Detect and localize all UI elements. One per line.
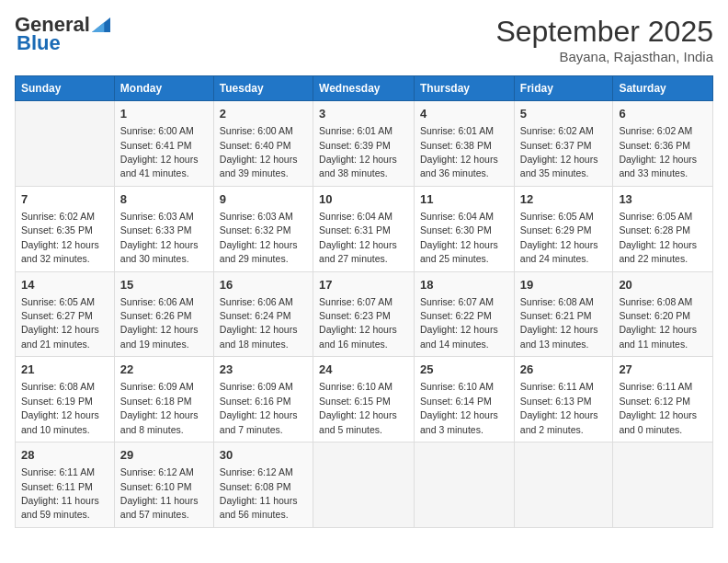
day-info: Sunrise: 6:08 AMSunset: 6:20 PMDaylight:… — [619, 296, 697, 350]
calendar-cell: 21Sunrise: 6:08 AMSunset: 6:19 PMDayligh… — [16, 357, 115, 442]
logo-blue-text: Blue — [17, 31, 61, 55]
logo: General Blue — [15, 15, 110, 55]
day-number: 3 — [319, 106, 408, 122]
calendar-cell: 6Sunrise: 6:02 AMSunset: 6:36 PMDaylight… — [613, 101, 713, 187]
calendar-week-row: 1Sunrise: 6:00 AMSunset: 6:41 PMDaylight… — [16, 101, 713, 187]
day-number: 21 — [21, 362, 108, 378]
day-number: 2 — [220, 106, 307, 122]
calendar-cell: 17Sunrise: 6:07 AMSunset: 6:23 PMDayligh… — [313, 271, 415, 357]
day-info: Sunrise: 6:07 AMSunset: 6:22 PMDaylight:… — [420, 296, 498, 350]
calendar-cell: 12Sunrise: 6:05 AMSunset: 6:29 PMDayligh… — [514, 186, 613, 271]
month-title: September 2025 — [495, 15, 713, 49]
day-number: 8 — [120, 191, 208, 208]
calendar-cell: 11Sunrise: 6:04 AMSunset: 6:30 PMDayligh… — [415, 186, 515, 271]
day-number: 20 — [619, 277, 707, 293]
svg-marker-1 — [92, 22, 104, 32]
calendar-cell: 28Sunrise: 6:11 AMSunset: 6:11 PMDayligh… — [16, 442, 115, 528]
col-friday: Friday — [514, 76, 613, 101]
calendar-cell: 24Sunrise: 6:10 AMSunset: 6:15 PMDayligh… — [313, 357, 415, 442]
day-info: Sunrise: 6:12 AMSunset: 6:10 PMDaylight:… — [120, 466, 199, 520]
calendar-cell: 20Sunrise: 6:08 AMSunset: 6:20 PMDayligh… — [613, 271, 713, 357]
col-saturday: Saturday — [613, 76, 713, 101]
day-number: 18 — [420, 277, 508, 293]
calendar-week-row: 21Sunrise: 6:08 AMSunset: 6:19 PMDayligh… — [16, 357, 713, 442]
day-info: Sunrise: 6:11 AMSunset: 6:11 PMDaylight:… — [21, 466, 99, 520]
day-number: 24 — [319, 362, 408, 378]
day-number: 19 — [520, 277, 608, 293]
day-info: Sunrise: 6:09 AMSunset: 6:18 PMDaylight:… — [120, 381, 199, 434]
page-header: General Blue September 2025 Bayana, Raja… — [15, 15, 713, 64]
day-number: 15 — [120, 277, 208, 293]
day-info: Sunrise: 6:08 AMSunset: 6:21 PMDaylight:… — [520, 296, 598, 350]
calendar-table: Sunday Monday Tuesday Wednesday Thursday… — [15, 75, 713, 528]
calendar-cell: 22Sunrise: 6:09 AMSunset: 6:18 PMDayligh… — [114, 357, 213, 442]
day-number: 16 — [220, 277, 307, 293]
calendar-cell: 15Sunrise: 6:06 AMSunset: 6:26 PMDayligh… — [114, 271, 213, 357]
calendar-cell: 3Sunrise: 6:01 AMSunset: 6:39 PMDaylight… — [313, 101, 415, 187]
calendar-cell: 10Sunrise: 6:04 AMSunset: 6:31 PMDayligh… — [313, 186, 415, 271]
day-info: Sunrise: 6:05 AMSunset: 6:28 PMDaylight:… — [619, 211, 697, 264]
day-number: 5 — [520, 106, 608, 122]
calendar-cell — [613, 442, 713, 528]
day-info: Sunrise: 6:03 AMSunset: 6:32 PMDaylight:… — [220, 211, 298, 264]
day-info: Sunrise: 6:11 AMSunset: 6:13 PMDaylight:… — [520, 381, 598, 434]
day-number: 17 — [319, 277, 408, 293]
calendar-cell: 19Sunrise: 6:08 AMSunset: 6:21 PMDayligh… — [514, 271, 613, 357]
calendar-cell: 1Sunrise: 6:00 AMSunset: 6:41 PMDaylight… — [114, 101, 213, 187]
day-info: Sunrise: 6:01 AMSunset: 6:38 PMDaylight:… — [420, 125, 498, 178]
day-info: Sunrise: 6:10 AMSunset: 6:15 PMDaylight:… — [319, 381, 397, 434]
col-sunday: Sunday — [16, 76, 115, 101]
day-info: Sunrise: 6:07 AMSunset: 6:23 PMDaylight:… — [319, 296, 397, 350]
calendar-cell: 4Sunrise: 6:01 AMSunset: 6:38 PMDaylight… — [415, 101, 515, 187]
title-block: September 2025 Bayana, Rajasthan, India — [495, 15, 713, 64]
calendar-cell: 9Sunrise: 6:03 AMSunset: 6:32 PMDaylight… — [213, 186, 313, 271]
day-info: Sunrise: 6:06 AMSunset: 6:24 PMDaylight:… — [220, 296, 298, 350]
calendar-week-row: 14Sunrise: 6:05 AMSunset: 6:27 PMDayligh… — [16, 271, 713, 357]
day-number: 14 — [21, 277, 108, 293]
calendar-cell: 7Sunrise: 6:02 AMSunset: 6:35 PMDaylight… — [16, 186, 115, 271]
day-info: Sunrise: 6:04 AMSunset: 6:31 PMDaylight:… — [319, 211, 397, 264]
calendar-cell: 5Sunrise: 6:02 AMSunset: 6:37 PMDaylight… — [514, 101, 613, 187]
col-wednesday: Wednesday — [313, 76, 415, 101]
calendar-cell: 25Sunrise: 6:10 AMSunset: 6:14 PMDayligh… — [415, 357, 515, 442]
day-number: 10 — [319, 191, 408, 208]
day-number: 23 — [220, 362, 307, 378]
day-info: Sunrise: 6:10 AMSunset: 6:14 PMDaylight:… — [420, 381, 498, 434]
day-number: 29 — [120, 447, 208, 464]
day-number: 30 — [220, 447, 307, 464]
day-info: Sunrise: 6:00 AMSunset: 6:40 PMDaylight:… — [220, 125, 298, 178]
day-number: 26 — [520, 362, 608, 378]
calendar-header: Sunday Monday Tuesday Wednesday Thursday… — [16, 76, 713, 101]
calendar-cell — [313, 442, 415, 528]
day-number: 6 — [619, 106, 707, 122]
day-number: 25 — [420, 362, 508, 378]
location-subtitle: Bayana, Rajasthan, India — [495, 49, 713, 64]
day-number: 12 — [520, 191, 608, 208]
day-info: Sunrise: 6:00 AMSunset: 6:41 PMDaylight:… — [120, 125, 199, 178]
calendar-body: 1Sunrise: 6:00 AMSunset: 6:41 PMDaylight… — [16, 101, 713, 528]
calendar-cell — [16, 101, 115, 187]
calendar-cell: 30Sunrise: 6:12 AMSunset: 6:08 PMDayligh… — [213, 442, 313, 528]
day-info: Sunrise: 6:12 AMSunset: 6:08 PMDaylight:… — [220, 466, 298, 520]
day-number: 27 — [619, 362, 707, 378]
header-row: Sunday Monday Tuesday Wednesday Thursday… — [16, 76, 713, 101]
day-info: Sunrise: 6:05 AMSunset: 6:27 PMDaylight:… — [21, 296, 99, 350]
logo-icon — [92, 16, 110, 34]
calendar-cell: 13Sunrise: 6:05 AMSunset: 6:28 PMDayligh… — [613, 186, 713, 271]
day-info: Sunrise: 6:06 AMSunset: 6:26 PMDaylight:… — [120, 296, 199, 350]
day-number: 28 — [21, 447, 108, 464]
day-info: Sunrise: 6:09 AMSunset: 6:16 PMDaylight:… — [220, 381, 298, 434]
day-info: Sunrise: 6:04 AMSunset: 6:30 PMDaylight:… — [420, 211, 498, 264]
day-number: 7 — [21, 191, 108, 208]
calendar-cell: 14Sunrise: 6:05 AMSunset: 6:27 PMDayligh… — [16, 271, 115, 357]
col-thursday: Thursday — [415, 76, 515, 101]
day-number: 13 — [619, 191, 707, 208]
calendar-cell — [514, 442, 613, 528]
day-info: Sunrise: 6:03 AMSunset: 6:33 PMDaylight:… — [120, 211, 199, 264]
day-info: Sunrise: 6:02 AMSunset: 6:37 PMDaylight:… — [520, 125, 598, 178]
calendar-cell — [415, 442, 515, 528]
day-number: 9 — [220, 191, 307, 208]
calendar-cell: 27Sunrise: 6:11 AMSunset: 6:12 PMDayligh… — [613, 357, 713, 442]
day-info: Sunrise: 6:11 AMSunset: 6:12 PMDaylight:… — [619, 381, 697, 434]
day-info: Sunrise: 6:05 AMSunset: 6:29 PMDaylight:… — [520, 211, 598, 264]
